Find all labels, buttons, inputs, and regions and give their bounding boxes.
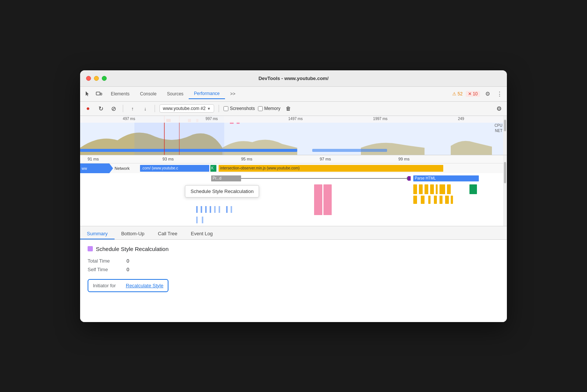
svg-text:Parse HTML: Parse HTML [415,176,436,180]
net-label: NET [495,129,502,133]
maximize-button[interactable] [102,76,107,81]
warning-badge: ⚠ 52 [452,91,462,97]
summary-self-time-row: Self Time 0 [88,267,499,272]
minimize-button[interactable] [94,76,99,81]
scrollbar-track[interactable] [503,116,507,155]
url-text: www.youtube.com #2 [163,106,206,111]
svg-rect-63 [231,206,232,213]
svg-rect-64 [80,216,507,226]
svg-rect-59 [210,206,211,213]
svg-rect-44 [413,196,417,204]
ruler-mark-4: 1997 ms [373,117,387,121]
toolbar-right: ⚙ [494,104,504,113]
tab-call-tree[interactable]: Call Tree [151,229,184,239]
garbage-collect-icon[interactable]: 🗑 [283,104,293,113]
svg-rect-37 [425,184,428,194]
cpu-label: CPU [495,123,502,128]
svg-rect-55 [323,205,332,215]
timeline-chart [80,116,507,155]
screenshots-label: Screenshots [230,106,255,111]
tab-more[interactable]: >> [225,89,241,99]
tab-elements[interactable]: Elements [106,89,135,99]
flame-ruler-99: 99 ms [398,157,410,161]
flame-scrollbar-thumb[interactable] [504,162,506,183]
svg-rect-60 [214,206,216,213]
tab-bar-left: Elements Console Sources Performance >> [83,89,241,99]
cursor-icon[interactable] [83,89,92,98]
flame-ruler-91: 91 ms [88,157,99,161]
svg-rect-42 [469,184,477,194]
svg-rect-48 [440,196,442,204]
svg-rect-45 [421,196,425,204]
flame-ruler-97: 97 ms [320,157,331,161]
self-time-label: Self Time [88,267,118,272]
flame-ruler-93: 93 ms [162,157,174,161]
svg-rect-65 [196,217,198,223]
memory-checkbox[interactable] [258,106,263,111]
svg-text:ww: ww [81,166,87,171]
warning-icon: ⚠ [452,91,456,97]
performance-settings-icon[interactable]: ⚙ [494,104,504,113]
timeline-area: 497 ms 997 ms 1497 ms 1997 ms 249 CPU NE… [80,116,507,155]
devtools-window: DevTools - www.youtube.com/ Elements Con… [80,70,507,322]
svg-rect-46 [428,196,431,204]
recalculate-style-link[interactable]: Recalculate Style [126,283,163,288]
ruler-mark-5: 249 [458,117,464,121]
svg-rect-35 [413,184,417,194]
tab-bottom-up[interactable]: Bottom-Up [115,229,151,239]
timeline-ruler: 497 ms 997 ms 1497 ms 1997 ms 249 [80,117,507,121]
clear-button[interactable]: ⊘ [109,104,118,113]
error-icon: ✕ [468,91,472,97]
screenshots-checkbox-group: Screenshots [223,106,255,111]
self-time-value: 0 [127,267,129,272]
svg-rect-62 [226,206,228,213]
svg-text:K: K [211,166,214,170]
device-icon[interactable] [94,89,103,98]
svg-rect-29 [408,176,411,181]
divider-2 [155,105,155,112]
svg-rect-41 [447,184,451,194]
svg-rect-38 [430,184,434,194]
tooltip: Schedule Style Recalculation [185,185,259,197]
tabs: Elements Console Sources Performance >> [106,89,241,99]
ruler-mark-1: 497 ms [123,117,135,121]
tab-sources[interactable]: Sources [162,89,189,99]
error-count: 10 [473,91,478,97]
tab-performance[interactable]: Performance [189,89,225,99]
svg-rect-56 [196,206,198,213]
svg-rect-4 [312,149,387,152]
flame-area: 91 ms 93 ms 95 ms 97 ms 99 ms ww Network… [80,155,507,226]
scrollbar-thumb[interactable] [504,120,506,131]
summary-panel: Schedule Style Recalculation Total Time … [80,240,507,322]
more-options-icon[interactable]: ⋮ [495,89,504,98]
refresh-button[interactable]: ↻ [96,104,106,113]
download-button[interactable]: ↓ [140,104,150,113]
ruler-mark-3: 1497 ms [288,117,302,121]
svg-rect-47 [434,196,437,204]
tab-summary[interactable]: Summary [80,229,115,239]
chevron-down-icon: ▼ [207,107,211,111]
settings-icon[interactable]: ⚙ [483,89,492,98]
svg-rect-36 [419,184,423,194]
bottom-tabs: Summary Bottom-Up Call Tree Event Log [80,226,507,240]
svg-text:intersection-observer.min.js (: intersection-observer.min.js (www.youtub… [220,166,299,170]
tab-bar-right: ⚠ 52 ✕ 10 ⚙ ⋮ [452,89,504,98]
initiator-row: Initiator for Recalculate Style [88,279,168,292]
screenshots-checkbox[interactable] [223,106,228,111]
tab-console[interactable]: Console [135,89,162,99]
svg-rect-39 [436,184,438,194]
close-button[interactable] [86,76,91,81]
url-selector[interactable]: www.youtube.com #2 ▼ [159,104,214,113]
record-button[interactable]: ● [83,104,93,113]
initiator-label: Initiator for [93,283,123,288]
traffic-lights [86,76,107,81]
svg-rect-0 [96,92,100,95]
flame-scrollbar-track[interactable] [503,155,507,226]
divider-3 [219,105,219,112]
upload-button[interactable]: ↑ [128,104,137,113]
total-time-value: 0 [127,258,129,264]
tab-event-log[interactable]: Event Log [184,229,220,239]
flame-ruler-95: 95 ms [241,157,252,161]
event-color-box [88,246,93,251]
svg-text:.com/ (www.youtube.c: .com/ (www.youtube.c [142,166,178,170]
